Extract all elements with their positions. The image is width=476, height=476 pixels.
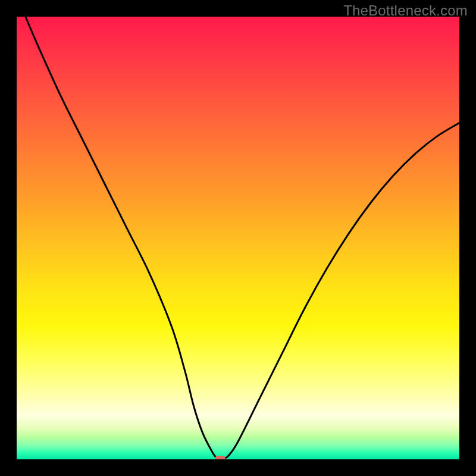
watermark-text: TheBottleneck.com bbox=[343, 2, 468, 19]
minimum-marker bbox=[215, 456, 226, 460]
chart-frame: TheBottleneck.com bbox=[0, 0, 476, 476]
bottleneck-curve bbox=[26, 17, 459, 459]
plot-area bbox=[17, 17, 459, 459]
curve-svg bbox=[17, 17, 459, 459]
